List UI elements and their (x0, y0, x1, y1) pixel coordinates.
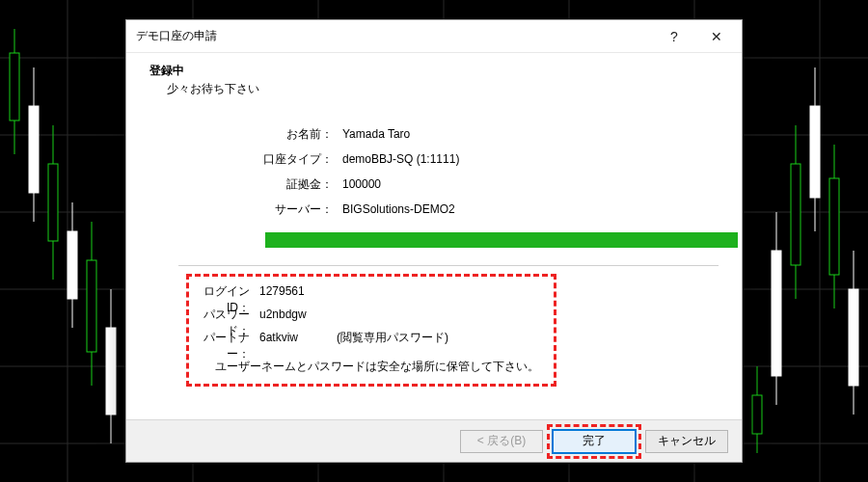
titlebar: デモ口座の申請 ? ✕ (126, 20, 742, 53)
back-button: < 戻る(B) (460, 430, 543, 453)
row-server: サーバー： BIGSolutions-DEMO2 (188, 201, 742, 227)
row-partner: パートナー： 6atkviw (閲覧専用パスワード) (192, 330, 551, 353)
svg-rect-16 (29, 106, 39, 193)
row-deposit: 証拠金： 100000 (188, 176, 742, 201)
back-button-label: < 戻る(B) (477, 433, 526, 449)
svg-rect-22 (87, 260, 96, 352)
credentials-box: ログインID： 1279561 パスワード： u2nbdgw パートナー： 6a… (188, 276, 555, 385)
svg-rect-14 (10, 53, 19, 120)
partner-note: (閲覧専用パスワード) (337, 330, 448, 346)
close-button[interactable]: ✕ (695, 23, 738, 50)
partner-label: パートナー： (192, 330, 259, 362)
deposit-label: 証拠金： (188, 176, 342, 193)
row-name: お名前： Yamada Taro (188, 126, 742, 151)
help-icon: ? (670, 29, 678, 44)
button-bar: < 戻る(B) 完了 キャンセル (126, 419, 742, 462)
back-button-wrap: < 戻る(B) (460, 430, 543, 453)
finish-button-label: 完了 (583, 433, 606, 449)
progress-bar (265, 232, 738, 248)
svg-rect-30 (791, 164, 800, 265)
status-title: 登録中 (149, 63, 728, 79)
separator (178, 265, 719, 266)
account-type-value: demoBBJ-SQ (1:1111) (342, 152, 459, 166)
cancel-button[interactable]: キャンセル (645, 430, 728, 453)
svg-rect-26 (752, 395, 762, 434)
demo-account-dialog: デモ口座の申請 ? ✕ 登録中 少々お待ち下さい お名前： Yamada Tar… (125, 19, 743, 463)
server-label: サーバー： (188, 201, 342, 218)
svg-rect-36 (849, 289, 858, 386)
account-info: お名前： Yamada Taro 口座タイプ： demoBBJ-SQ (1:11… (188, 126, 742, 248)
svg-rect-24 (106, 328, 116, 415)
credentials-warning: ユーザーネームとパスワードは安全な場所に保管して下さい。 (215, 359, 551, 375)
name-label: お名前： (188, 126, 342, 143)
account-type-label: 口座タイプ： (188, 151, 342, 168)
status-subtitle: 少々お待ち下さい (167, 81, 728, 97)
progress-wrap (265, 232, 742, 248)
svg-rect-34 (829, 178, 839, 275)
cancel-button-label: キャンセル (658, 433, 716, 449)
svg-rect-18 (48, 164, 58, 241)
row-login: ログインID： 1279561 (192, 283, 551, 307)
help-button[interactable]: ? (653, 23, 695, 50)
dialog-title: デモ口座の申請 (136, 28, 653, 44)
server-value: BIGSolutions-DEMO2 (342, 202, 455, 216)
svg-rect-28 (772, 251, 781, 376)
finish-button[interactable]: 完了 (553, 430, 636, 453)
row-password: パスワード： u2nbdgw (192, 307, 551, 330)
partner-value: 6atkviw (259, 331, 298, 344)
row-account-type: 口座タイプ： demoBBJ-SQ (1:1111) (188, 151, 742, 176)
svg-rect-20 (68, 231, 77, 299)
svg-rect-32 (810, 106, 820, 198)
deposit-value: 100000 (342, 177, 381, 191)
name-value: Yamada Taro (342, 127, 410, 141)
close-icon: ✕ (711, 29, 722, 44)
login-value: 1279561 (259, 284, 305, 298)
cancel-button-wrap: キャンセル (645, 430, 728, 453)
password-value: u2nbdgw (259, 308, 307, 321)
finish-button-wrap: 完了 (553, 430, 636, 453)
dialog-content: 登録中 少々お待ち下さい お名前： Yamada Taro 口座タイプ： dem… (126, 53, 742, 419)
